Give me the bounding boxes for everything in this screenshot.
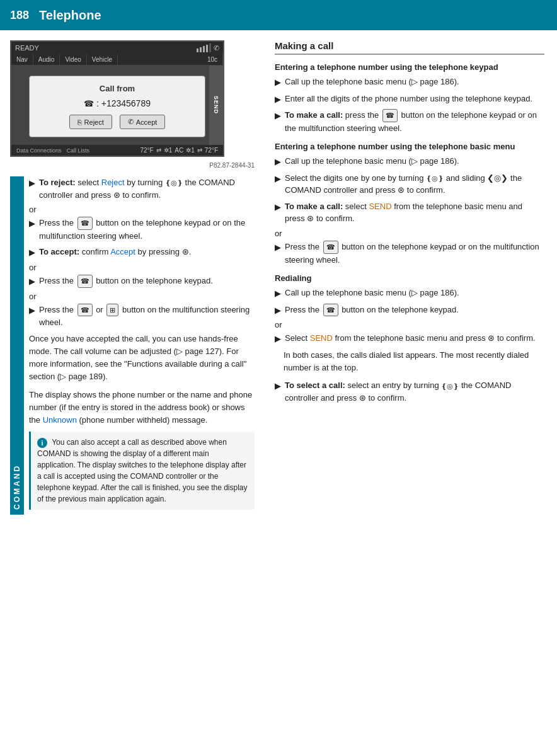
nav-item-nav: Nav [11,54,33,65]
subsection-heading-1: Entering a telephone number using the te… [275,62,544,72]
screen-display: READY ✆ Nav Audio Video Vehicle [10,40,224,157]
bullet-arrow-press-accept: ▶ [29,275,35,288]
ac-label: AC [175,147,183,154]
or-text-1: or [29,205,255,214]
bullet-right-2-or: ▶ Press the ☎ button on the telephone ke… [275,241,544,266]
bullet-press-multi: ▶ Press the ☎ or ⊞ button on the multifu… [29,304,255,329]
page-body: READY ✆ Nav Audio Video Vehicle [0,30,557,515]
dialog-number: ☎ : +123456789 [37,98,197,108]
bullet-text-r2-3: To make a call: select SEND from the tel… [285,200,544,225]
bullet-press-reject: ▶ Press the ☎ button on the telephone ke… [29,217,255,242]
bullet-text-reject: To reject: select Reject by turning ❴◎❵ … [39,176,255,201]
redialing-note-1: In both cases, the calls dialed list app… [284,349,544,374]
bullet-text-r3-select: To select a call: select an entry by tur… [285,379,544,404]
bullet-text-accept: To accept: confirm Accept by pressing ⊛. [39,246,191,258]
phone-icon-multi: ☎ [78,304,93,317]
bullet-reject: ▶ To reject: select Reject by turning ❴◎… [29,176,255,201]
screen-nav-bar: Nav Audio Video Vehicle 10c [11,54,223,66]
screen-ready-text: READY [15,44,39,52]
bullet-arrow-accept: ▶ [29,246,35,259]
bullet-text-r2-1: Call up the telephone basic menu (▷ page… [285,155,459,168]
or-text-2: or [29,263,255,272]
nav-icon-left: ⇄ [156,147,161,154]
multifunction-icon: ⊞ [106,304,118,317]
or-text-3: or [29,292,255,301]
bullet-arrow-r1-2: ▶ [275,93,281,106]
bottom-data-connections: Data Connections [16,147,62,154]
bullet-arrow-multi: ▶ [29,304,35,317]
page-header: 188 Telephone [0,0,557,30]
left-content: ▶ To reject: select Reject by turning ❴◎… [29,176,255,515]
bullet-press-accept: ▶ Press the ☎ button on the telephone ke… [29,275,255,288]
bullet-right-3-or: ▶ Select SEND from the telephone basic m… [275,332,544,345]
bullet-right-2-2: ▶ Select the digits one by one by turnin… [275,172,544,197]
nav-item-audio: Audio [33,54,60,65]
right-column: Making a call Entering a telephone numbe… [265,40,557,515]
call-from-dialog: Call from ☎ : +123456789 ⎘ Reject ✆ Acce… [29,76,205,137]
phone-icon-accept: ☎ [78,275,93,288]
or-text-r3: or [275,320,544,329]
bullet-text-r3-2: Press the ☎ button on the telephone keyp… [285,304,459,317]
nav-icon-right: ⇄ [197,147,202,154]
info-text: You can also accept a call as described … [37,438,248,503]
section-heading-making-call: Making a call [275,40,544,55]
bullet-text-r3-or: Select SEND from the telephone basic men… [285,332,536,345]
nav-item-10c: 10c [202,54,223,65]
or-text-r2: or [275,229,544,238]
para-1: Once you have accepted the call, you can… [29,333,255,384]
accept-icon: ✆ [128,118,134,126]
bullet-arrow-r2-or: ▶ [275,241,281,254]
bullet-text-multi: Press the ☎ or ⊞ button on the multifunc… [39,304,255,329]
bullet-text-press-reject: Press the ☎ button on the telephone keyp… [39,217,255,242]
bullet-right-2-3: ▶ To make a call: select SEND from the t… [275,200,544,225]
bullet-text-r1-3: To make a call: press the ☎ button on th… [285,109,544,134]
bullet-arrow-r1-3: ▶ [275,110,281,122]
page-title: Telephone [39,8,101,23]
phone-icon-r3: ☎ [323,304,338,317]
screen-top-bar: READY ✆ [11,42,223,54]
bullet-arrow-r2-3: ▶ [275,201,281,214]
bullet-text-press-accept: Press the ☎ button on the telephone keyp… [39,275,213,288]
bullet-right-3-2: ▶ Press the ☎ button on the telephone ke… [275,304,544,317]
bullet-arrow-r3-or: ▶ [275,333,281,345]
bullet-right-1-1: ▶ Call up the telephone basic menu (▷ pa… [275,76,544,89]
dialog-title: Call from [37,84,197,93]
phone-icon-r1: ☎ [382,109,398,122]
temp-right: 72°F [205,147,218,154]
temp-left: 72°F [141,147,154,154]
star-2: ✲1 [186,147,195,154]
bullet-arrow-r1-1: ▶ [275,76,281,89]
info-box: i You can also accept a call as describe… [29,432,255,510]
bullet-text-r2-2: Select the digits one by one by turning … [285,172,544,197]
bullet-arrow-reject: ▶ [29,177,35,190]
phone-icon-r2: ☎ [323,241,338,254]
bullet-arrow-r2-1: ▶ [275,156,281,168]
bullet-right-1-3: ▶ To make a call: press the ☎ button on … [275,109,544,134]
bullet-text-r1-1: Call up the telephone basic menu (▷ page… [285,76,459,88]
side-label-container: COMAND ▶ To reject: select Reject by tur… [10,176,255,515]
subsection-heading-2: Entering a telephone number using the te… [275,142,544,151]
bullet-text-r2-or: Press the ☎ button on the telephone keyp… [285,241,544,266]
reject-button[interactable]: ⎘ Reject [69,115,112,129]
bullet-arrow-r2-2: ▶ [275,173,281,185]
bullet-right-3-select: ▶ To select a call: select an entry by t… [275,379,544,404]
dialog-buttons: ⎘ Reject ✆ Accept [37,115,197,129]
bullet-arrow-r3-2: ▶ [275,304,281,317]
phone-icon-reject: ☎ [78,217,93,230]
bullet-right-2-1: ▶ Call up the telephone basic menu (▷ pa… [275,155,544,168]
bottom-call-lists: Call Lists [67,147,90,154]
star-1: ✲1 [164,147,173,154]
figure-caption: P82.87-2844-31 [10,162,255,169]
comand-label: COMAND [10,176,24,515]
para-2: The display shows the phone number or th… [29,389,255,427]
subsection-heading-3: Redialing [275,273,544,283]
bullet-arrow-press-reject: ▶ [29,217,35,230]
phone-icon: ☎ [84,99,94,108]
bullet-right-3-1: ▶ Call up the telephone basic menu (▷ pa… [275,287,544,300]
bullet-arrow-r3-1: ▶ [275,287,281,300]
reject-icon: ⎘ [78,118,82,126]
left-column: READY ✆ Nav Audio Video Vehicle [0,40,265,515]
bullet-accept: ▶ To accept: confirm Accept by pressing … [29,246,255,259]
nav-item-video: Video [60,54,86,65]
accept-button[interactable]: ✆ Accept [120,115,166,129]
